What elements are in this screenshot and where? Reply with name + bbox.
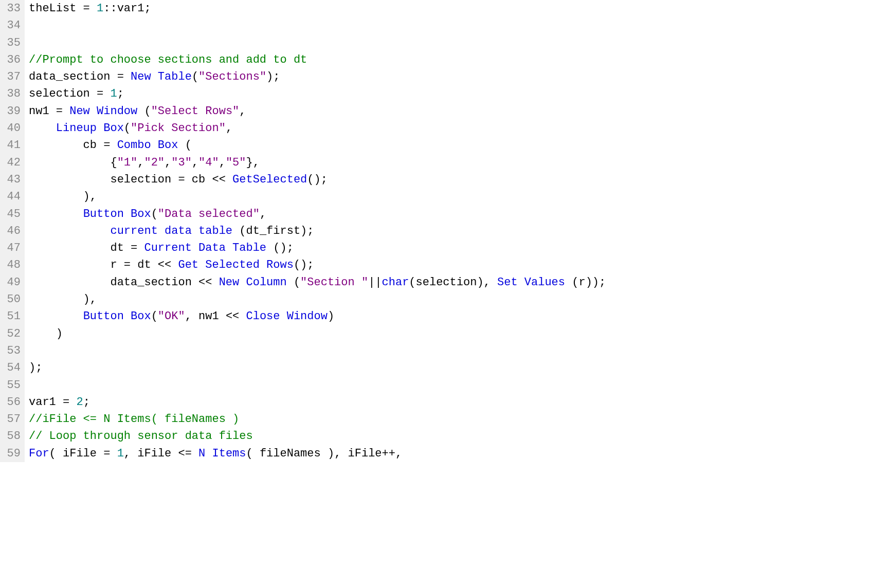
line-number: 52 <box>2 325 21 342</box>
line-number: 56 <box>2 394 21 411</box>
code-token: ), <box>29 190 97 203</box>
code-line: Button Box("OK", nw1 << Close Window) <box>29 308 889 325</box>
line-number: 33 <box>2 0 21 17</box>
code-line: //Prompt to choose sections and add to d… <box>29 51 889 68</box>
code-token: "2" <box>144 156 165 169</box>
code-token: ); <box>266 70 280 83</box>
code-token: (); <box>307 173 328 186</box>
line-number: 57 <box>2 411 21 428</box>
line-number: 49 <box>2 274 21 291</box>
code-token: Get Selected Rows <box>178 259 293 271</box>
code-token: "Data selected" <box>158 208 260 220</box>
code-token: Button Box <box>83 208 151 220</box>
code-token: selection = <box>29 87 110 100</box>
code-line: var1 = 2; <box>29 394 889 411</box>
code-line: ), <box>29 291 889 308</box>
code-token: 1 <box>117 447 124 460</box>
code-token: 1 <box>110 87 117 100</box>
line-number: 40 <box>2 120 21 137</box>
line-number: 47 <box>2 240 21 256</box>
code-token: ), <box>29 293 97 306</box>
line-number: 39 <box>2 103 21 120</box>
code-token: (); <box>266 242 294 254</box>
code-line: dt = Current Data Table (); <box>29 240 889 256</box>
code-token: selection = cb << <box>29 173 232 186</box>
line-number: 45 <box>2 206 21 223</box>
code-token: nw1 = <box>29 105 69 118</box>
code-token: ( <box>137 105 151 118</box>
line-number-gutter: 3334353637383940414243444546474849505152… <box>0 0 25 462</box>
code-token: ( <box>178 139 191 152</box>
code-token: For <box>29 447 49 460</box>
line-number: 44 <box>2 188 21 205</box>
code-token: , <box>260 208 266 220</box>
code-token <box>29 310 83 323</box>
line-number: 59 <box>2 445 21 462</box>
code-line: //iFile <= N Items( fileNames ) <box>29 411 889 428</box>
code-line: selection = 1; <box>29 85 889 102</box>
code-token: "OK" <box>158 310 185 323</box>
code-token: cb = <box>29 139 117 152</box>
code-line: ); <box>29 359 889 376</box>
code-token: "Sections" <box>198 70 266 83</box>
line-number: 42 <box>2 154 21 171</box>
code-token: ; <box>83 396 90 409</box>
code-line <box>29 342 889 359</box>
code-token: "3" <box>171 156 192 169</box>
line-number: 38 <box>2 85 21 102</box>
code-token: , <box>165 156 171 169</box>
code-token: // Loop through sensor data files <box>29 430 253 443</box>
line-number: 53 <box>2 342 21 359</box>
code-area: theList = 1::var1; //Prompt to choose se… <box>25 0 889 462</box>
code-line: For( iFile = 1, iFile <= N Items( fileNa… <box>29 445 889 462</box>
code-token: "1" <box>117 156 138 169</box>
code-token: }, <box>246 156 260 169</box>
code-token: ( <box>192 70 198 83</box>
code-token: Combo Box <box>117 139 178 152</box>
code-token: New Column <box>219 276 287 289</box>
code-token: (r)); <box>565 276 606 289</box>
line-number: 55 <box>2 377 21 394</box>
code-token: ; <box>117 87 124 100</box>
line-number: 51 <box>2 308 21 325</box>
code-token: ) <box>29 327 63 340</box>
code-token: data_section << <box>29 276 219 289</box>
code-token: //iFile <= N Items( fileNames ) <box>29 413 239 426</box>
code-line: nw1 = New Window ("Select Rows", <box>29 103 889 120</box>
code-token: || <box>368 276 382 289</box>
code-line <box>29 377 889 394</box>
code-token: "Pick Section" <box>131 122 226 135</box>
code-token: , <box>192 156 198 169</box>
code-line <box>29 17 889 34</box>
code-token: , nw1 << <box>185 310 246 323</box>
code-token: ( <box>151 208 158 220</box>
code-token: (dt_first); <box>232 225 314 237</box>
code-line: current data table (dt_first); <box>29 223 889 240</box>
code-token: 2 <box>76 396 83 409</box>
code-token: 1 <box>97 2 103 15</box>
code-token: ::var1; <box>103 2 151 15</box>
code-token: New Window <box>69 105 137 118</box>
code-token: "4" <box>198 156 219 169</box>
code-token: New Table <box>131 70 192 83</box>
line-number: 43 <box>2 171 21 188</box>
code-token: ); <box>29 361 42 374</box>
code-token: Close Window <box>246 310 328 323</box>
code-token: data_section = <box>29 70 131 83</box>
code-token: var1 = <box>29 396 76 409</box>
code-line: data_section << New Column ("Section "||… <box>29 274 889 291</box>
code-token: "Select Rows" <box>151 105 240 118</box>
code-token: r = dt << <box>29 259 178 271</box>
code-token: ( <box>124 122 131 135</box>
code-token: (); <box>294 259 314 271</box>
line-number: 36 <box>2 51 21 68</box>
code-line <box>29 34 889 51</box>
code-line: r = dt << Get Selected Rows(); <box>29 256 889 273</box>
code-token: , <box>137 156 144 169</box>
code-token: //Prompt to choose sections and add to d… <box>29 53 307 66</box>
code-token: ) <box>328 310 334 323</box>
code-line: {"1","2","3","4","5"}, <box>29 154 889 171</box>
code-token: dt = <box>29 242 144 254</box>
code-token: ( <box>151 310 158 323</box>
code-token: ( fileNames ), iFile++, <box>246 447 403 460</box>
